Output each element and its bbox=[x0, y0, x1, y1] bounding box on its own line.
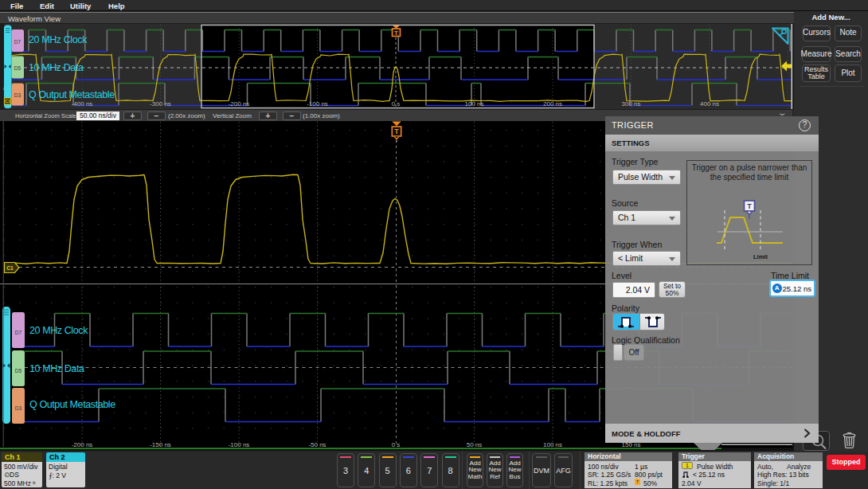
svg-text:-400 ns: -400 ns bbox=[72, 100, 93, 108]
svg-text:C1: C1 bbox=[5, 99, 10, 104]
svg-text:20 MHz Clock: 20 MHz Clock bbox=[29, 325, 88, 336]
svg-text:T: T bbox=[394, 127, 399, 135]
svg-text:D7: D7 bbox=[15, 330, 22, 335]
svg-text:D7: D7 bbox=[14, 39, 22, 45]
svg-text:Q Output Metastable: Q Output Metastable bbox=[29, 399, 115, 410]
svg-text:Q Output Metastable: Q Output Metastable bbox=[29, 89, 115, 100]
svg-text:20 MHz Clock: 20 MHz Clock bbox=[29, 34, 88, 45]
svg-text:D3: D3 bbox=[15, 405, 22, 411]
svg-text:D5: D5 bbox=[14, 65, 22, 71]
svg-text:T: T bbox=[394, 29, 398, 37]
svg-text:Limit: Limit bbox=[753, 253, 768, 260]
svg-text:10 MHz Data: 10 MHz Data bbox=[29, 62, 84, 73]
svg-text:C1: C1 bbox=[6, 265, 14, 271]
svg-text:50 ns: 50 ns bbox=[467, 441, 483, 448]
svg-text:300 ns: 300 ns bbox=[621, 100, 640, 108]
svg-text:T: T bbox=[747, 202, 752, 210]
svg-text:200 ns: 200 ns bbox=[543, 100, 562, 108]
svg-text:-300 ns: -300 ns bbox=[150, 100, 171, 108]
svg-text:0 s: 0 s bbox=[392, 441, 401, 448]
svg-text:100 ns: 100 ns bbox=[464, 100, 483, 108]
svg-text:-150 ns: -150 ns bbox=[150, 441, 171, 448]
svg-text:-200 ns: -200 ns bbox=[72, 441, 93, 448]
svg-text:-200 ns: -200 ns bbox=[229, 100, 250, 108]
svg-text:400 ns: 400 ns bbox=[700, 100, 719, 108]
svg-text:10 MHz Data: 10 MHz Data bbox=[29, 363, 84, 374]
svg-text:D5: D5 bbox=[15, 368, 22, 374]
svg-text:-50 ns: -50 ns bbox=[308, 441, 326, 448]
svg-text:100 ns: 100 ns bbox=[543, 441, 562, 448]
svg-text:-100 ns: -100 ns bbox=[307, 100, 328, 108]
svg-text:-100 ns: -100 ns bbox=[229, 441, 250, 448]
svg-text:0 s: 0 s bbox=[392, 100, 401, 108]
svg-text:D3: D3 bbox=[14, 92, 22, 98]
